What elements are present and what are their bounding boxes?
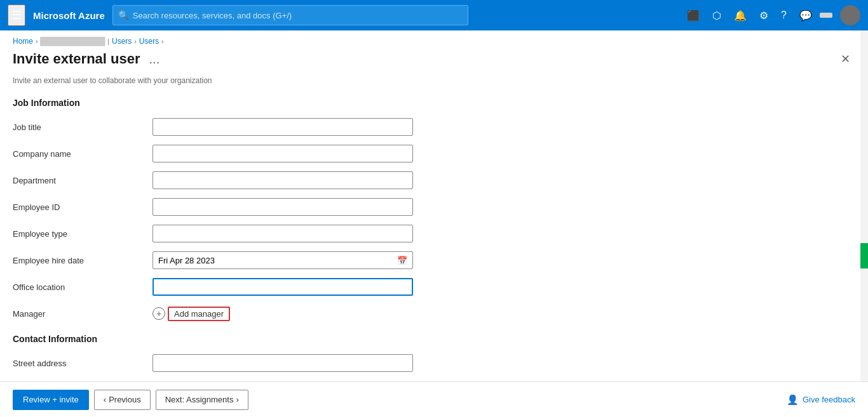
avatar[interactable]	[840, 5, 860, 25]
nav-icons: ⬛ ⬡ 🔔 ⚙ ? 💬	[682, 5, 860, 25]
cloud-shell-icon[interactable]: ⬛	[682, 6, 705, 25]
department-label: Department	[13, 176, 153, 185]
breadcrumb-sep-3: ›	[134, 38, 136, 45]
form-area: Job Information Job title Company name D…	[0, 93, 868, 378]
notification-bell-icon[interactable]: 🔔	[729, 6, 752, 25]
company-name-row: Company name	[13, 143, 855, 164]
office-location-input[interactable]	[153, 278, 413, 296]
top-navigation: ☰ Microsoft Azure 🔍 ⬛ ⬡ 🔔 ⚙ ? 💬	[0, 0, 868, 30]
next-label: Next: Assignments	[165, 395, 234, 404]
street-address-input[interactable]	[153, 354, 413, 372]
add-manager-text[interactable]: Add manager	[168, 307, 230, 321]
close-button[interactable]: ✕	[836, 50, 855, 69]
scrollbar-thumb[interactable]	[860, 243, 868, 268]
page-header-left: Invite external user ...	[13, 51, 163, 68]
add-manager-button[interactable]: + Add manager	[153, 307, 230, 321]
search-bar: 🔍	[112, 5, 468, 25]
chevron-right-icon: ›	[236, 395, 238, 404]
breadcrumb-tenant[interactable]: ████████████	[40, 37, 105, 46]
breadcrumb-sep-1: ›	[36, 38, 37, 45]
department-input[interactable]	[153, 171, 413, 189]
page-subtitle: Invite an external user to collaborate w…	[0, 76, 868, 93]
help-icon[interactable]: ?	[776, 6, 792, 25]
office-location-row: Office location	[13, 277, 855, 297]
employee-id-row: Employee ID	[13, 197, 855, 217]
breadcrumb: Home › ████████████ | Users › Users ›	[0, 30, 868, 50]
employee-hire-date-label: Employee hire date	[13, 256, 153, 265]
employee-id-input[interactable]	[153, 198, 413, 216]
directory-icon[interactable]: ⬡	[707, 6, 726, 25]
azure-logo: Microsoft Azure	[33, 10, 105, 21]
next-button[interactable]: Next: Assignments ›	[156, 390, 248, 410]
street-address-row: Street address	[13, 353, 855, 373]
page-more-button[interactable]: ...	[146, 51, 164, 68]
give-feedback-label: Give feedback	[803, 395, 855, 404]
breadcrumb-users-1[interactable]: Users	[112, 37, 132, 46]
job-title-label: Job title	[13, 122, 153, 132]
employee-hire-date-input[interactable]	[153, 256, 392, 265]
manager-row: Manager + Add manager	[13, 303, 855, 324]
page-header: Invite external user ... ✕	[0, 50, 868, 76]
employee-hire-date-field[interactable]: 📅	[153, 251, 413, 269]
employee-type-row: Employee type	[13, 223, 855, 244]
feedback-icon: 👤	[787, 394, 799, 406]
review-invite-button[interactable]: Review + invite	[13, 390, 89, 410]
hamburger-menu-button[interactable]: ☰	[8, 4, 25, 26]
bottom-bar: Review + invite ‹ Previous Next: Assignm…	[0, 381, 868, 417]
employee-id-label: Employee ID	[13, 202, 153, 212]
employee-type-label: Employee type	[13, 229, 153, 239]
content-wrapper: Home › ████████████ | Users › Users › In…	[0, 30, 868, 417]
street-address-label: Street address	[13, 359, 153, 368]
company-name-input[interactable]	[153, 145, 413, 162]
give-feedback-button[interactable]: 👤 Give feedback	[787, 394, 855, 406]
search-input[interactable]	[133, 11, 463, 20]
settings-icon[interactable]: ⚙	[754, 6, 773, 25]
page-title: Invite external user	[13, 51, 140, 67]
previous-button[interactable]: ‹ Previous	[94, 390, 151, 410]
employee-hire-date-row: Employee hire date 📅	[13, 250, 855, 270]
calendar-icon[interactable]: 📅	[392, 256, 412, 265]
plus-icon: +	[153, 307, 165, 320]
job-title-input[interactable]	[153, 118, 413, 136]
job-info-heading: Job Information	[13, 98, 855, 108]
department-row: Department	[13, 170, 855, 190]
breadcrumb-sep-4: ›	[161, 38, 163, 45]
breadcrumb-home[interactable]: Home	[13, 37, 33, 46]
search-icon: 🔍	[118, 10, 129, 20]
account-label[interactable]	[820, 13, 832, 18]
previous-label: Previous	[109, 395, 141, 404]
office-location-label: Office location	[13, 282, 153, 292]
breadcrumb-users-2[interactable]: Users	[139, 37, 159, 46]
manager-label: Manager	[13, 309, 153, 319]
chevron-left-icon: ‹	[104, 395, 106, 404]
scrollbar-track[interactable]	[860, 30, 868, 417]
job-title-row: Job title	[13, 117, 855, 137]
breadcrumb-sep-2: |	[107, 38, 109, 45]
feedback-nav-icon[interactable]: 💬	[794, 6, 817, 25]
employee-type-input[interactable]	[153, 225, 413, 242]
contact-info-heading: Contact Information	[13, 334, 855, 344]
company-name-label: Company name	[13, 149, 153, 159]
